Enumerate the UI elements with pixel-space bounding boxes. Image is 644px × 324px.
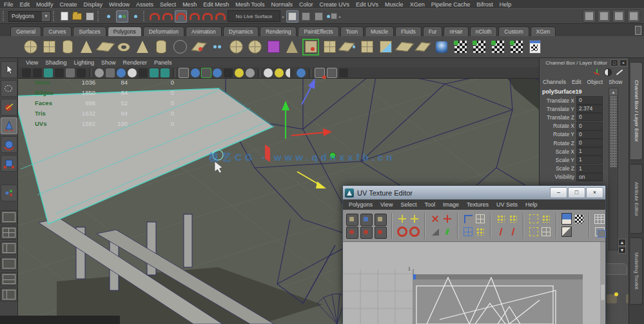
shelf-tab-deformation[interactable]: Deformation: [143, 26, 184, 36]
panel-menu-shading[interactable]: Shading: [45, 59, 66, 66]
sew-uv-edges-button[interactable]: [430, 227, 440, 237]
split-uvs-button[interactable]: [442, 214, 453, 224]
uv-menu-select[interactable]: Select: [400, 201, 416, 208]
resolution-gate-toggle-icon[interactable]: [202, 68, 211, 77]
relax-uvs-button[interactable]: [475, 227, 485, 237]
scroll-up-icon[interactable]: ▲: [618, 239, 626, 246]
minimize-button[interactable]: –: [550, 187, 567, 198]
menu-mesh-tools[interactable]: Mesh Tools: [235, 1, 264, 8]
menu-set-dropdown[interactable]: Polygons ▼: [8, 11, 51, 22]
flip-v-button[interactable]: [409, 214, 420, 224]
attr-value[interactable]: 1: [576, 156, 603, 164]
uv-lattice-tool-button[interactable]: [346, 214, 358, 226]
smooth-sphere-icon[interactable]: [248, 40, 262, 54]
shadows-icon[interactable]: [139, 68, 148, 77]
select-by-object-icon[interactable]: [116, 10, 128, 23]
image-plane-icon[interactable]: [66, 68, 75, 77]
uv-menu-polygons[interactable]: Polygons: [349, 201, 373, 208]
attr-value[interactable]: on: [576, 173, 603, 181]
shelf-tab-fluids[interactable]: Fluids: [395, 26, 422, 36]
status-group-handle[interactable]: [143, 11, 147, 21]
status-group-handle[interactable]: [3, 11, 6, 21]
new-layer-icon[interactable]: [607, 294, 617, 303]
poly-cylinder-icon[interactable]: [61, 40, 75, 54]
poly-plane-icon[interactable]: [98, 40, 112, 54]
uv-menu-help[interactable]: Help: [525, 201, 538, 208]
menu-xgen[interactable]: XGen: [410, 1, 425, 8]
attr-value[interactable]: 1: [576, 147, 603, 156]
unfold-uvs-button[interactable]: [463, 227, 473, 237]
2d-pan-zoom-icon[interactable]: [77, 68, 86, 77]
uv-move-tool-button[interactable]: [360, 214, 373, 226]
poly-pyramid-icon[interactable]: [135, 40, 150, 54]
shelf-pin-icon[interactable]: [635, 26, 641, 35]
menu-create-uvs[interactable]: Create UVs: [320, 1, 350, 8]
scrollbar-thumb[interactable]: [610, 96, 617, 167]
panel-close-icon[interactable]: ×: [620, 59, 627, 66]
expand-caret-icon[interactable]: ▸: [339, 14, 341, 19]
silhouette-icon[interactable]: [246, 68, 255, 77]
shelf-tab-painteffects[interactable]: PaintEffects: [298, 26, 338, 36]
construction-history-icon[interactable]: [286, 10, 298, 23]
merge-uvs-button[interactable]: [442, 227, 453, 237]
layout-uvs-button[interactable]: [475, 214, 485, 224]
menu-edit-uvs[interactable]: Edit UVs: [356, 1, 378, 8]
rotate-uvs-cw-button[interactable]: [409, 227, 420, 237]
menu-select[interactable]: Select: [160, 1, 176, 8]
uv-snapshot-shelf-icon[interactable]: [528, 40, 542, 54]
shelf-tab-dynamics[interactable]: Dynamics: [223, 26, 259, 36]
lock-camera-icon[interactable]: [33, 68, 42, 77]
uv-menu-uv-sets[interactable]: UV Sets: [496, 201, 518, 208]
default-light-icon[interactable]: [235, 68, 244, 77]
object-menu[interactable]: Object: [587, 79, 603, 85]
status-group-handle[interactable]: [97, 11, 101, 21]
shelf-tab-nhair[interactable]: nHair: [444, 26, 468, 36]
tab-channel-box[interactable]: Channel Box / Layer Editor: [630, 62, 643, 160]
paint-select-tool-button[interactable]: [1, 99, 17, 116]
render-view-icon[interactable]: [583, 10, 596, 23]
lasso-tool-button[interactable]: [1, 80, 17, 97]
xray-icon[interactable]: [264, 68, 273, 77]
edit-channels-icon[interactable]: [616, 69, 623, 75]
poly-sphere-icon[interactable]: [23, 40, 37, 54]
menu-edit-mesh[interactable]: Edit Mesh: [203, 1, 229, 8]
shelf-tab-animation[interactable]: Animation: [186, 26, 222, 36]
manipulator-z-arrowhead[interactable]: [308, 79, 315, 89]
align-u-max-button[interactable]: [508, 214, 518, 224]
uv-menu-textures[interactable]: Textures: [467, 201, 489, 208]
panel-detach-icon[interactable]: □: [610, 59, 618, 66]
gate-mask-toggle-icon[interactable]: [213, 68, 222, 77]
select-tool-button[interactable]: [1, 61, 17, 78]
extract-icon[interactable]: [360, 40, 374, 54]
rotate-tool-button[interactable]: [1, 136, 17, 153]
panel-menu-renderer[interactable]: Renderer: [122, 59, 147, 66]
combine-icon[interactable]: [322, 40, 337, 54]
exposure-icon[interactable]: [275, 68, 284, 77]
shelf-tab-curves[interactable]: Curves: [43, 26, 72, 36]
uv-smudge-tool-button[interactable]: [346, 227, 358, 239]
shelf-tab-xgen[interactable]: XGen: [531, 26, 556, 36]
snap-to-projected-center-icon[interactable]: [189, 11, 200, 22]
menu-muscle[interactable]: Muscle: [385, 1, 404, 8]
shelf-tab-surfaces[interactable]: Surfaces: [73, 26, 106, 36]
new-scene-icon[interactable]: [59, 11, 70, 22]
tab-attribute-editor[interactable]: Attribute Editor: [630, 164, 643, 234]
manipulator-extra-arrowhead[interactable]: [316, 181, 326, 188]
spotlight-icon[interactable]: [434, 40, 449, 54]
separate-icon[interactable]: [341, 40, 355, 54]
snap-to-point-icon[interactable]: [175, 10, 187, 23]
show-menu[interactable]: Show: [609, 79, 622, 85]
single-pane-layout-button[interactable]: [1, 210, 17, 224]
attr-value[interactable]: 0: [576, 122, 603, 130]
save-scene-icon[interactable]: [84, 11, 95, 22]
boolean-difference-icon[interactable]: [397, 40, 411, 54]
select-by-hierarchy-icon[interactable]: [103, 11, 114, 22]
motion-blur-icon[interactable]: [161, 68, 170, 77]
toggle-grid-button[interactable]: [594, 214, 605, 224]
live-surface-field[interactable]: No Live Surface: [228, 10, 280, 22]
attr-value[interactable]: 0: [576, 139, 603, 147]
last-tool-used-button[interactable]: [1, 185, 17, 201]
poly-torus-icon[interactable]: [117, 40, 131, 54]
shelf-tab-muscle[interactable]: Muscle: [365, 26, 394, 36]
move-tool-button[interactable]: [1, 117, 17, 134]
